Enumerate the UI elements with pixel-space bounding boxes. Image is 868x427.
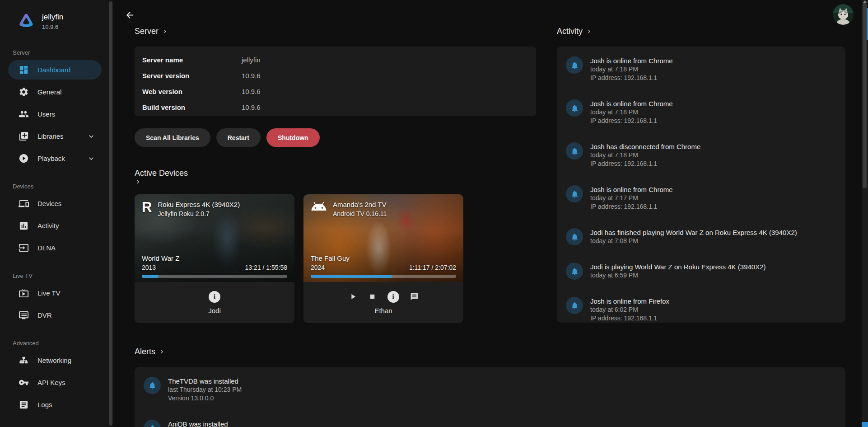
activity-item: Josh is online from Chrome today at 7:17… xyxy=(566,185,836,211)
media-time: 1:11:17 / 2:07:02 xyxy=(409,264,456,271)
chevron-right-icon xyxy=(135,178,536,185)
shutdown-button[interactable]: Shutdown xyxy=(266,128,320,147)
jellyfin-logo-icon xyxy=(17,12,35,30)
sidebar-item-playback[interactable]: Playback xyxy=(0,147,108,169)
alerts-heading[interactable]: Alerts xyxy=(135,346,165,357)
active-devices-heading[interactable]: Active Devices xyxy=(135,168,536,185)
devices-icon xyxy=(19,198,29,209)
now-playing-backdrop: Amanda's 2nd TV Android TV 0.16.11 The F… xyxy=(303,194,463,282)
sidebar-item-label: Devices xyxy=(37,200,61,207)
sidebar-item-users[interactable]: Users xyxy=(0,103,108,125)
info-button[interactable]: i xyxy=(209,291,220,303)
sidebar-item-dashboard[interactable]: Dashboard xyxy=(0,59,108,81)
play-button[interactable] xyxy=(349,292,357,301)
article-icon xyxy=(19,399,29,410)
info-value: 10.9.6 xyxy=(242,88,261,95)
alerts-panel: TheTVDB was installed last Thursday at 1… xyxy=(135,367,845,427)
info-icon: i xyxy=(209,291,220,303)
bell-icon xyxy=(566,228,583,245)
device-card-roku: R Roku Express 4K (3940X2) Jellyfin Roku… xyxy=(135,194,294,323)
sidebar-item-general[interactable]: General xyxy=(0,81,108,103)
user-avatar[interactable] xyxy=(833,4,854,25)
playback-progress-bar xyxy=(311,275,456,278)
sidebar-item-dvr[interactable]: DVR xyxy=(0,304,108,326)
scan-all-libraries-button[interactable]: Scan All Libraries xyxy=(135,128,210,147)
bell-icon xyxy=(566,142,583,160)
device-card-footer: i Ethan xyxy=(303,282,463,323)
sidebar-item-libraries[interactable]: Libraries xyxy=(0,125,108,147)
heading-label: Alerts xyxy=(135,346,155,357)
server-info-row: Server name jellyfin xyxy=(142,52,528,68)
device-name: Roku Express 4K (3940X2) xyxy=(158,200,240,208)
client-version: Android TV 0.16.11 xyxy=(333,210,387,217)
heading-label: Activity xyxy=(557,26,583,37)
sidebar-item-devices[interactable]: Devices xyxy=(0,192,108,215)
sidebar-item-logs[interactable]: Logs xyxy=(0,394,108,416)
activity-detail: IP address: 192.168.1.1 xyxy=(590,314,669,323)
heading-label: Active Devices xyxy=(135,169,188,178)
page-scrollbar-thumb[interactable] xyxy=(863,3,867,188)
activity-title: Josh is online from Chrome xyxy=(590,99,673,108)
activity-heading[interactable]: Activity xyxy=(557,26,593,37)
activity-item: Josh is online from Chrome today at 7:18… xyxy=(566,99,836,125)
media-title: World War Z xyxy=(142,254,287,262)
session-user: Ethan xyxy=(374,307,392,314)
sidebar-item-dlna[interactable]: DLNA xyxy=(0,237,108,259)
info-label: Server name xyxy=(142,56,242,64)
stop-button[interactable] xyxy=(368,292,377,301)
activity-time: today at 6:02 PM xyxy=(590,305,669,314)
sidebar-section-server: Server xyxy=(13,49,108,56)
sidebar-item-activity[interactable]: Activity xyxy=(0,215,108,237)
stop-icon xyxy=(368,292,377,301)
info-value: 10.9.6 xyxy=(242,103,261,111)
page-scrollbar xyxy=(862,0,868,427)
back-button[interactable] xyxy=(125,9,137,21)
scrollbar-up-arrow-icon[interactable] xyxy=(863,0,867,3)
activity-title: Jodi is playing World War Z on Roku Expr… xyxy=(590,263,766,271)
info-label: Build version xyxy=(142,103,242,111)
people-icon xyxy=(19,109,29,119)
bell-icon xyxy=(144,420,161,427)
key-icon xyxy=(19,377,29,388)
kitten-avatar-image xyxy=(833,4,854,25)
alerts-section: Alerts TheTVDB was installed last Thursd… xyxy=(135,346,845,427)
device-card-footer: i Jodi xyxy=(135,282,294,323)
info-icon: i xyxy=(387,291,399,303)
sidebar-item-label: Live TV xyxy=(37,289,61,297)
app-version: 10.9.6 xyxy=(42,23,63,30)
left-column: Server Server name jellyfin Server versi… xyxy=(135,26,536,323)
now-playing-info: World War Z 2013 13:21 / 1:55:58 xyxy=(142,254,287,278)
device-card-header: Amanda's 2nd TV Android TV 0.16.11 xyxy=(311,200,458,217)
activity-time: today at 7:08 PM xyxy=(590,237,797,245)
sidebar-item-label: API Keys xyxy=(37,379,65,386)
sidebar-item-label: DVR xyxy=(37,311,52,319)
chevron-right-icon xyxy=(162,28,168,35)
device-card-android-tv: Amanda's 2nd TV Android TV 0.16.11 The F… xyxy=(303,194,463,323)
playback-progress-fill xyxy=(311,275,392,278)
sidebar-item-api-keys[interactable]: API Keys xyxy=(0,371,108,394)
chevron-down-icon xyxy=(87,132,96,141)
roku-icon: R xyxy=(142,200,152,215)
activity-time: today at 7:17 PM xyxy=(590,194,673,202)
sidebar-item-label: Users xyxy=(37,110,55,118)
playback-progress-fill xyxy=(142,275,159,278)
sidebar-scrollbar-thumb[interactable] xyxy=(109,1,112,426)
message-button[interactable] xyxy=(410,292,419,301)
sidebar: jellyfin 10.9.6 Server Dashboard General… xyxy=(0,0,108,427)
activity-detail: IP address: 192.168.1.1 xyxy=(590,202,673,211)
bell-icon xyxy=(144,377,161,394)
server-info-row: Web version 10.9.6 xyxy=(142,84,528,99)
restart-button[interactable]: Restart xyxy=(216,128,261,147)
bell-icon xyxy=(566,297,583,314)
now-playing-backdrop: R Roku Express 4K (3940X2) Jellyfin Roku… xyxy=(135,194,294,282)
sidebar-item-label: DLNA xyxy=(37,244,56,252)
sidebar-item-live-tv[interactable]: Live TV xyxy=(0,282,108,304)
edge-accent-bottom xyxy=(862,422,868,427)
bar-chart-icon xyxy=(19,221,29,231)
dvr-icon xyxy=(19,310,29,320)
media-year: 2024 xyxy=(311,264,325,271)
sidebar-item-networking[interactable]: Networking xyxy=(0,349,108,371)
info-button[interactable]: i xyxy=(387,291,399,303)
sidebar-item-label: Networking xyxy=(37,357,71,364)
server-section-heading[interactable]: Server xyxy=(135,26,168,37)
